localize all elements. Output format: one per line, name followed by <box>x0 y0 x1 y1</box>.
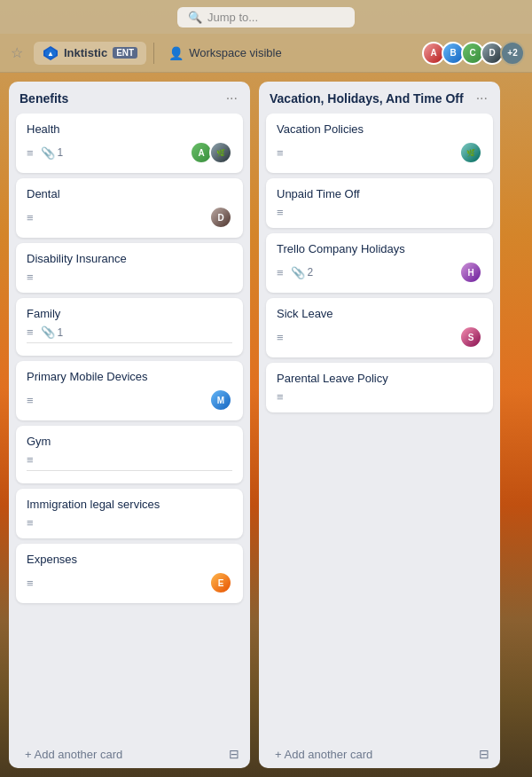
card-gym-meta: ≡ <box>27 453 232 467</box>
desc-icon: ≡ <box>277 331 284 344</box>
attachment-icon: 📎 1 <box>41 146 64 160</box>
nav-divider <box>153 43 154 64</box>
card-parental-title: Parental Leave Policy <box>277 372 482 385</box>
member-avatars: A B C D +2 <box>422 41 525 66</box>
brand-name: Inktistic <box>64 46 107 59</box>
search-bar: 🔍 Jump to... <box>0 0 532 34</box>
attachment-icon: 📎 2 <box>291 266 314 279</box>
desc-icon: ≡ <box>27 453 34 467</box>
list-vacation-header: Vacation, Holidays, And Time Off ··· <box>259 82 500 114</box>
search-icon: 🔍 <box>188 11 202 24</box>
list-benefits-header: Benefits ··· <box>9 82 250 114</box>
card-expenses-avatars: E <box>209 571 232 594</box>
card-health-avatars: A 🌿 <box>190 141 232 164</box>
desc-icon: ≡ <box>27 146 34 160</box>
add-card-benefits[interactable]: + Add another card ⊟ <box>9 740 250 768</box>
card-separator <box>27 342 232 343</box>
desc-icon: ≡ <box>27 577 34 590</box>
card-sick-leave-meta: ≡ S <box>277 326 482 349</box>
card-holidays-meta: ≡ 📎 2 H <box>277 261 482 284</box>
desc-icon: ≡ <box>27 516 34 530</box>
card-holidays-icons: ≡ 📎 2 <box>277 266 313 279</box>
workspace-label: Workspace visible <box>189 46 282 59</box>
list-benefits-title: Benefits <box>20 90 68 106</box>
card-dental[interactable]: Dental ≡ D <box>16 178 243 238</box>
card-disability-title: Disability Insurance <box>27 252 232 265</box>
list-vacation-menu[interactable]: ··· <box>474 90 489 106</box>
card-mobile[interactable]: Primary Mobile Devices ≡ M <box>16 361 243 420</box>
list-benefits: Benefits ··· Health ≡ 📎 1 A 🌿 <box>9 82 250 768</box>
card-expenses-title: Expenses <box>27 553 232 566</box>
card-health[interactable]: Health ≡ 📎 1 A 🌿 <box>16 114 243 173</box>
card-mobile-icons: ≡ <box>27 394 34 407</box>
card-unpaid-meta: ≡ <box>277 206 482 219</box>
card-immigration-meta: ≡ <box>27 516 232 530</box>
desc-icon: ≡ <box>27 271 34 284</box>
card-holidays-title: Trello Company Holidays <box>277 242 482 255</box>
avatar: D <box>209 206 232 229</box>
brand-button[interactable]: ▲ Inktistic ENT <box>34 42 146 65</box>
card-gym-icons: ≡ <box>27 453 34 467</box>
card-vacation-policies[interactable]: Vacation Policies ≡ 🌿 <box>266 114 493 173</box>
card-unpaid-icons: ≡ <box>277 206 284 219</box>
card-vp-avatars: 🌿 <box>459 141 482 164</box>
search-input-container[interactable]: 🔍 Jump to... <box>177 7 355 27</box>
card-unpaid[interactable]: Unpaid Time Off ≡ <box>266 178 493 228</box>
card-immigration-icons: ≡ <box>27 516 34 530</box>
card-disability-meta: ≡ <box>27 271 232 284</box>
list-vacation-cards: Vacation Policies ≡ 🌿 Unpaid Time Off ≡ <box>259 114 500 740</box>
star-icon[interactable]: ☆ <box>7 41 27 65</box>
card-holidays[interactable]: Trello Company Holidays ≡ 📎 2 H <box>266 233 493 293</box>
card-health-title: Health <box>27 122 232 136</box>
avatar: H <box>459 261 482 284</box>
template-icon: ⊟ <box>229 747 239 761</box>
card-vacation-policies-title: Vacation Policies <box>277 122 482 136</box>
add-card-vac-label: + Add another card <box>275 748 372 761</box>
card-parental[interactable]: Parental Leave Policy ≡ <box>266 363 493 412</box>
card-health-meta: ≡ 📎 1 A 🌿 <box>27 141 232 164</box>
card-sick-leave-title: Sick Leave <box>277 307 482 320</box>
card-gym[interactable]: Gym ≡ <box>16 426 243 483</box>
brand-logo: ▲ <box>43 45 59 61</box>
list-benefits-menu[interactable]: ··· <box>224 90 239 106</box>
desc-icon: ≡ <box>277 146 284 160</box>
workspace-icon: 👤 <box>168 46 184 60</box>
card-dental-avatars: D <box>209 206 232 229</box>
card-expenses[interactable]: Expenses ≡ E <box>16 544 243 603</box>
list-benefits-cards: Health ≡ 📎 1 A 🌿 Dental ≡ <box>9 114 250 740</box>
card-sl-avatars: S <box>459 326 482 349</box>
card-dental-icons: ≡ <box>27 211 34 224</box>
card-vacation-policies-meta: ≡ 🌿 <box>277 141 482 164</box>
avatar-more[interactable]: +2 <box>500 41 525 66</box>
card-mobile-meta: ≡ M <box>27 388 232 412</box>
add-card-label: + Add another card <box>25 748 122 761</box>
ent-badge: ENT <box>113 47 137 59</box>
attachment-icon: 📎 1 <box>41 326 64 339</box>
card-expenses-icons: ≡ <box>27 577 34 590</box>
add-card-vac-left: + Add another card <box>270 748 372 761</box>
card-immigration-title: Immigration legal services <box>27 498 232 511</box>
workspace-visibility[interactable]: 👤 Workspace visible <box>161 43 289 64</box>
card-immigration[interactable]: Immigration legal services ≡ <box>16 489 243 538</box>
desc-icon: ≡ <box>277 266 284 279</box>
nav-bar: ☆ ▲ Inktistic ENT 👤 Workspace visible A … <box>0 34 532 73</box>
board-content: Benefits ··· Health ≡ 📎 1 A 🌿 <box>0 73 532 777</box>
avatar: 🌿 <box>209 141 232 164</box>
avatar: 🌿 <box>459 141 482 164</box>
avatar: M <box>209 388 232 412</box>
card-disability[interactable]: Disability Insurance ≡ <box>16 243 243 293</box>
card-unpaid-title: Unpaid Time Off <box>277 187 482 200</box>
card-family[interactable]: Family ≡ 📎 1 <box>16 298 243 356</box>
card-holidays-avatars: H <box>459 261 482 284</box>
list-vacation: Vacation, Holidays, And Time Off ··· Vac… <box>259 82 500 768</box>
card-expenses-meta: ≡ E <box>27 571 232 594</box>
list-vacation-title: Vacation, Holidays, And Time Off <box>270 90 464 106</box>
add-card-label-left: + Add another card <box>20 748 122 761</box>
card-health-icons: ≡ 📎 1 <box>27 146 63 160</box>
card-sick-leave[interactable]: Sick Leave ≡ S <box>266 298 493 357</box>
card-separator <box>27 470 232 471</box>
card-family-meta: ≡ 📎 1 <box>27 326 232 339</box>
desc-icon: ≡ <box>27 211 34 224</box>
add-card-vacation[interactable]: + Add another card ⊟ <box>259 740 500 768</box>
avatar: E <box>209 571 232 594</box>
